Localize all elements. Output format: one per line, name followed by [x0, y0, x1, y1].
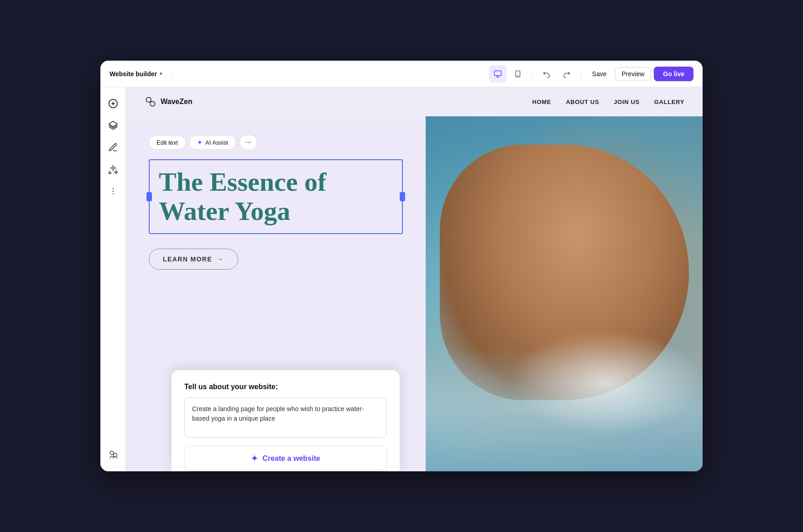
- save-button[interactable]: Save: [587, 68, 612, 80]
- floating-toolbar: Edit text ✦ AI Assist ···: [149, 135, 403, 150]
- canvas-area: WaveZen HOME ABOUT US JOIN US GALLERY: [126, 87, 703, 471]
- svg-point-8: [112, 191, 114, 192]
- create-website-label: Create a website: [262, 454, 320, 463]
- ai-sparkle-icon: ✦: [197, 139, 203, 146]
- water-white-foam: [509, 329, 703, 436]
- cta-label: LEARN MORE: [163, 256, 212, 263]
- site-nav-links: HOME ABOUT US JOIN US GALLERY: [532, 99, 684, 105]
- chevron-down-icon: ▾: [160, 71, 162, 76]
- ai-panel-title: Tell us about your website:: [184, 383, 387, 391]
- ai-assist-label: AI Assist: [205, 139, 228, 146]
- resize-handle-left[interactable]: [146, 192, 152, 201]
- desktop-view-button[interactable]: [489, 65, 506, 83]
- svg-point-9: [112, 193, 114, 195]
- layers-button[interactable]: [104, 116, 122, 135]
- site-logo: WaveZen: [144, 95, 193, 108]
- svg-point-7: [112, 188, 114, 189]
- ai-assist-button[interactable]: ✦ AI Assist: [189, 135, 236, 150]
- preview-button[interactable]: Preview: [615, 67, 652, 81]
- app-window: Website builder ▾: [100, 61, 703, 471]
- site-nav: WaveZen HOME ABOUT US JOIN US GALLERY: [126, 87, 703, 116]
- create-sparkle-icon: ✦: [251, 454, 258, 464]
- ai-button[interactable]: [104, 160, 122, 178]
- top-bar: Website builder ▾: [100, 61, 703, 87]
- headline-box[interactable]: The Essence of Water Yoga: [149, 159, 403, 234]
- paint-button[interactable]: [104, 138, 122, 156]
- golive-button[interactable]: Go live: [654, 67, 694, 81]
- nav-join[interactable]: JOIN US: [614, 99, 640, 105]
- svg-point-2: [517, 75, 518, 76]
- nav-home[interactable]: HOME: [532, 99, 552, 105]
- nav-gallery[interactable]: GALLERY: [654, 99, 684, 105]
- edit-text-label: Edit text: [156, 139, 178, 146]
- cta-arrow-icon: →: [217, 256, 224, 263]
- headline-text[interactable]: The Essence of Water Yoga: [159, 167, 393, 226]
- svg-point-10: [110, 451, 114, 455]
- ai-panel: Tell us about your website: Create a lan…: [172, 370, 400, 471]
- toolbar-right: Save Preview Go live: [489, 65, 694, 83]
- create-website-button[interactable]: ✦ Create a website: [184, 446, 387, 471]
- more-sidebar-button[interactable]: [104, 182, 122, 200]
- brand-label: Website builder: [110, 70, 157, 78]
- more-options-button[interactable]: ···: [240, 135, 257, 150]
- redo-button[interactable]: [558, 65, 575, 83]
- user-avatar-button[interactable]: [104, 446, 122, 464]
- svg-rect-0: [494, 71, 501, 76]
- more-label: ···: [245, 138, 251, 146]
- svg-point-11: [113, 453, 117, 457]
- ai-panel-textarea[interactable]: Create a landing page for people who wis…: [184, 397, 387, 438]
- edit-text-button[interactable]: Edit text: [149, 136, 186, 150]
- sidebar: [100, 87, 126, 471]
- hero-image: [426, 116, 703, 471]
- mobile-view-button[interactable]: [509, 65, 527, 83]
- cta-button[interactable]: LEARN MORE →: [149, 249, 238, 270]
- svg-point-13: [150, 101, 155, 106]
- resize-handle-right[interactable]: [400, 192, 405, 201]
- nav-about[interactable]: ABOUT US: [566, 99, 599, 105]
- main-area: WaveZen HOME ABOUT US JOIN US GALLERY: [100, 87, 703, 471]
- site-logo-name: WaveZen: [161, 98, 193, 106]
- add-button[interactable]: [104, 94, 122, 113]
- undo-button[interactable]: [538, 65, 555, 83]
- brand-dropdown[interactable]: Website builder ▾: [110, 70, 172, 78]
